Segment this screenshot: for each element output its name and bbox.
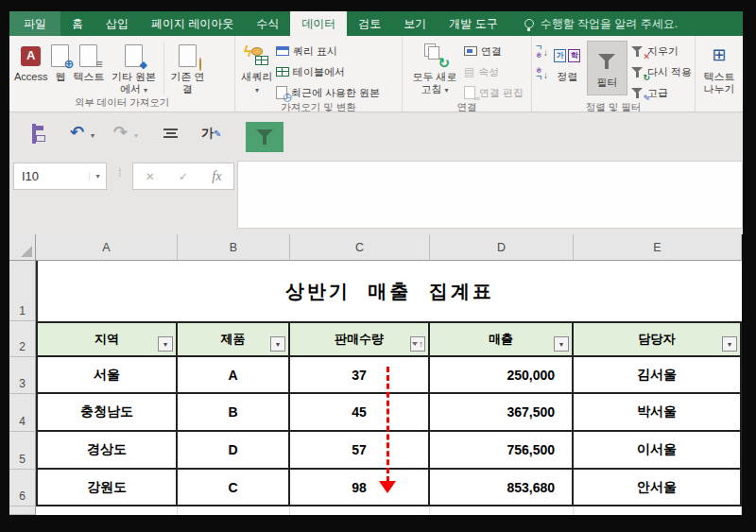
row-header-5[interactable]: 5 — [9, 432, 36, 470]
pencil-icon: ✎ — [214, 129, 221, 139]
cell-a7-partial[interactable] — [36, 506, 178, 515]
group-sort-filter: ㄱㅎ ↓ ㅎㄱ ↓ 가 학 정렬 필터 — [532, 36, 696, 112]
table-header-manager[interactable]: 담당자 ▾ — [574, 321, 742, 357]
cancel-entry-button[interactable]: ✕ — [146, 170, 155, 183]
cell-c3[interactable]: 37 — [290, 357, 430, 394]
tab-data[interactable]: 데이터 — [290, 11, 347, 36]
tab-home[interactable]: 홈 — [60, 11, 94, 36]
cell-d5[interactable]: 756,500 — [430, 432, 574, 470]
connections-button[interactable]: 연결 — [464, 43, 524, 60]
from-web-button[interactable]: ⊕ 웹 — [49, 41, 71, 84]
recent-sources-button[interactable]: ◷ 최근에 사용한 원본 — [276, 84, 380, 101]
qat-filter-button[interactable] — [246, 122, 284, 152]
undo-dropdown[interactable]: ▾ — [91, 131, 94, 140]
cell-b3[interactable]: A — [178, 357, 290, 394]
cell-b4[interactable]: B — [178, 394, 290, 432]
existing-connections-button[interactable]: 기존 연결 — [167, 41, 207, 96]
cell-c6[interactable]: 98 — [290, 470, 430, 506]
tell-me-box[interactable]: 수행할 작업을 알려 주세요. — [524, 11, 678, 36]
row-header-4[interactable]: 4 — [9, 394, 36, 432]
from-table-button[interactable]: 테이블에서 — [276, 63, 380, 80]
cell-d3[interactable]: 250,000 — [430, 357, 574, 394]
undo-button[interactable]: ↶ — [70, 122, 84, 143]
connections-icon — [464, 46, 477, 56]
sort-button[interactable]: 가 학 정렬 — [548, 41, 587, 84]
worksheet-grid: A B C D E 1 2 3 4 5 6 상반기 매출 집계표 지역 ▾ 제품… — [9, 234, 742, 515]
center-align-button[interactable] — [163, 129, 178, 138]
show-queries-button[interactable]: 쿼리 표시 — [276, 43, 380, 60]
cell-d6[interactable]: 853,680 — [430, 470, 574, 506]
formula-bar-input[interactable] — [237, 161, 743, 229]
row-header-6[interactable]: 6 — [9, 470, 36, 506]
column-header-c[interactable]: C — [290, 234, 430, 261]
row-header-1[interactable]: 1 — [9, 261, 36, 321]
sheet-title-cell[interactable]: 상반기 매출 집계표 — [36, 261, 742, 321]
insert-function-button[interactable]: fx — [212, 169, 221, 184]
redo-dropdown[interactable]: ▾ — [134, 131, 138, 140]
row-header-7-partial[interactable] — [9, 506, 36, 515]
column-header-d[interactable]: D — [430, 234, 574, 261]
text-to-columns-button[interactable]: ⊞ 텍스트 나누기 — [698, 41, 740, 96]
table-header-product[interactable]: 제품 ▾ — [178, 321, 290, 357]
cell-a5[interactable]: 경상도 — [36, 432, 178, 470]
from-text-button[interactable]: ≡ 텍스트 — [71, 41, 106, 84]
filter-dropdown-sales[interactable]: ▾ — [554, 336, 569, 352]
select-all-button[interactable] — [9, 234, 36, 261]
tab-insert[interactable]: 삽입 — [94, 11, 140, 36]
cell-d4[interactable]: 367,500 — [430, 394, 574, 432]
tab-developer[interactable]: 개발 도구 — [438, 11, 508, 36]
cell-b6[interactable]: C — [178, 470, 290, 506]
name-box-caret[interactable]: ▾ — [89, 172, 106, 180]
cell-e5[interactable]: 이서울 — [574, 432, 742, 470]
cell-a6[interactable]: 강원도 — [36, 470, 178, 506]
phonetic-button[interactable]: 가✎ — [201, 125, 221, 142]
cell-e7-partial[interactable] — [574, 506, 742, 515]
tab-formulas[interactable]: 수식 — [245, 11, 290, 36]
clear-filter-button[interactable]: ✕ 지우기 — [631, 43, 692, 60]
cell-b7-partial[interactable] — [178, 506, 290, 515]
cell-c7-partial[interactable] — [290, 506, 430, 515]
reapply-button[interactable]: ↻ 다시 적용 — [631, 63, 692, 80]
new-query-button[interactable]: ϟ 새쿼리 ▾ — [238, 41, 276, 96]
cell-b5[interactable]: D — [178, 432, 290, 470]
table-header-quantity[interactable]: 판매수량 ↑ — [290, 321, 430, 357]
group-label-external: 외부 데이터 가져오기 — [9, 96, 234, 112]
table-header-sales[interactable]: 매출 ▾ — [430, 321, 574, 357]
tab-view[interactable]: 보기 — [392, 11, 438, 36]
table-header-region[interactable]: 지역 ▾ — [36, 321, 178, 357]
from-other-sources-button[interactable]: ◆ 기타 원본에서 ▾ — [106, 41, 161, 96]
filter-dropdown-region[interactable]: ▾ — [158, 336, 173, 352]
cell-e4[interactable]: 박서울 — [574, 394, 742, 432]
cell-c4[interactable]: 45 — [290, 394, 430, 432]
filter-button[interactable]: 필터 — [587, 41, 627, 95]
cell-e3[interactable]: 김서울 — [574, 357, 742, 394]
new-query-icon: ϟ — [243, 42, 271, 70]
cell-e6[interactable]: 안서울 — [574, 470, 742, 506]
cell-a4[interactable]: 충청남도 — [36, 394, 178, 432]
save-button[interactable] — [32, 126, 36, 143]
row-header-2[interactable]: 2 — [9, 321, 36, 357]
access-button[interactable]: A Access — [12, 41, 49, 84]
redo-button[interactable]: ↷ — [113, 122, 128, 143]
filter-dropdown-manager[interactable]: ▾ — [722, 336, 737, 352]
text-file-icon: ≡ — [79, 44, 97, 67]
tab-file[interactable]: 파일 — [9, 11, 60, 36]
sort-descending-button[interactable]: ㅎㄱ ↓ — [535, 67, 548, 82]
filter-dropdown-quantity-sorted[interactable]: ↑ — [410, 336, 425, 352]
column-header-e[interactable]: E — [574, 234, 742, 261]
tab-review[interactable]: 검토 — [347, 11, 392, 36]
tab-page-layout[interactable]: 페이지 레이아웃 — [140, 11, 245, 36]
refresh-all-button[interactable]: ↻ 모두 새로 고침 ▾ — [405, 41, 464, 96]
filter-dropdown-product[interactable]: ▾ — [270, 336, 285, 352]
name-box-splitter[interactable]: ⁞ — [118, 165, 122, 180]
confirm-entry-button[interactable]: ✓ — [179, 170, 188, 183]
cell-a3[interactable]: 서울 — [36, 357, 178, 394]
cell-c5[interactable]: 57 — [290, 432, 430, 470]
sort-ascending-button[interactable]: ㄱㅎ ↓ — [535, 44, 548, 60]
row-header-3[interactable]: 3 — [9, 357, 36, 394]
advanced-filter-button[interactable]: ✎ 고급 — [631, 84, 692, 101]
column-header-a[interactable]: A — [36, 234, 178, 261]
cell-d7-partial[interactable] — [430, 506, 574, 515]
name-box[interactable]: I10 ▾ — [13, 163, 107, 190]
column-header-b[interactable]: B — [178, 234, 290, 261]
